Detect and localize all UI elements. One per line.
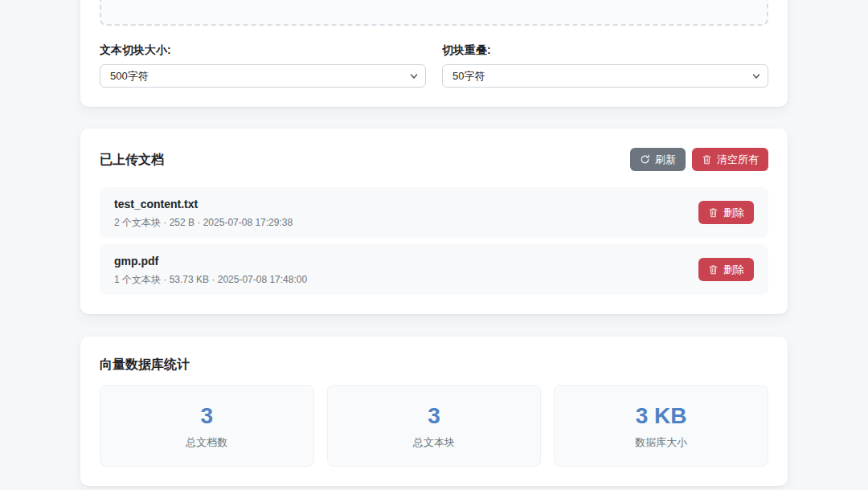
- chunk-size-label: 文本切块大小:: [100, 42, 426, 58]
- stat-value: 3: [328, 402, 541, 431]
- uploaded-documents-title: 已上传文档: [100, 151, 164, 169]
- stats-grid: 3 总文档数 3 总文本块 3 KB 数据库大小: [100, 385, 768, 467]
- vector-db-stats-card: 向量数据库统计 3 总文档数 3 总文本块 3 KB 数据库大小: [80, 337, 788, 486]
- refresh-button[interactable]: 刷新: [630, 148, 686, 171]
- document-name: test_content.txt: [114, 196, 293, 212]
- stat-box: 3 KB 数据库大小: [554, 385, 768, 467]
- document-row: test_content.txt 2 个文本块 · 252 B · 2025-0…: [100, 187, 768, 238]
- chunk-overlap-label: 切块重叠:: [442, 42, 768, 58]
- refresh-button-label: 刷新: [655, 154, 676, 165]
- delete-button[interactable]: 删除: [698, 258, 754, 281]
- file-dropzone[interactable]: [100, 0, 768, 26]
- stat-box: 3 总文本块: [327, 385, 542, 467]
- stat-label: 总文本块: [328, 435, 541, 450]
- chunk-overlap-select[interactable]: 50字符: [442, 64, 768, 88]
- stat-label: 数据库大小: [555, 435, 768, 450]
- chunk-settings-form: 文本切块大小: 500字符 切块重叠: 50字符: [100, 42, 768, 88]
- clear-all-button[interactable]: 清空所有: [692, 148, 768, 171]
- trash-icon: [708, 264, 719, 275]
- stat-label: 总文档数: [100, 435, 313, 450]
- delete-button-label: 删除: [723, 264, 744, 275]
- stat-value: 3: [100, 402, 313, 431]
- chunk-overlap-field: 切块重叠: 50字符: [442, 42, 768, 88]
- trash-icon: [702, 154, 712, 165]
- document-list: test_content.txt 2 个文本块 · 252 B · 2025-0…: [100, 187, 768, 295]
- delete-button[interactable]: 删除: [698, 201, 754, 224]
- chunk-size-field: 文本切块大小: 500字符: [100, 42, 426, 88]
- upload-settings-card: 文本切块大小: 500字符 切块重叠: 50字符: [80, 0, 788, 107]
- document-info: gmp.pdf 1 个文本块 · 53.73 KB · 2025-07-08 1…: [114, 253, 307, 286]
- stat-box: 3 总文档数: [100, 385, 314, 467]
- chunk-size-select[interactable]: 500字符: [100, 64, 426, 88]
- stat-value: 3 KB: [555, 402, 768, 431]
- document-meta: 1 个文本块 · 53.73 KB · 2025-07-08 17:48:00: [114, 273, 307, 286]
- page-container: 文本切块大小: 500字符 切块重叠: 50字符: [80, 0, 788, 486]
- refresh-icon: [640, 154, 650, 165]
- vector-db-stats-title: 向量数据库统计: [100, 356, 768, 374]
- document-name: gmp.pdf: [114, 253, 307, 269]
- trash-icon: [708, 207, 719, 218]
- uploaded-documents-card: 已上传文档 刷新 清空所有: [80, 129, 788, 314]
- delete-button-label: 删除: [723, 207, 744, 218]
- document-info: test_content.txt 2 个文本块 · 252 B · 2025-0…: [114, 196, 293, 229]
- document-row: gmp.pdf 1 个文本块 · 53.73 KB · 2025-07-08 1…: [100, 244, 768, 295]
- clear-all-button-label: 清空所有: [717, 154, 759, 165]
- document-meta: 2 个文本块 · 252 B · 2025-07-08 17:29:38: [114, 216, 293, 229]
